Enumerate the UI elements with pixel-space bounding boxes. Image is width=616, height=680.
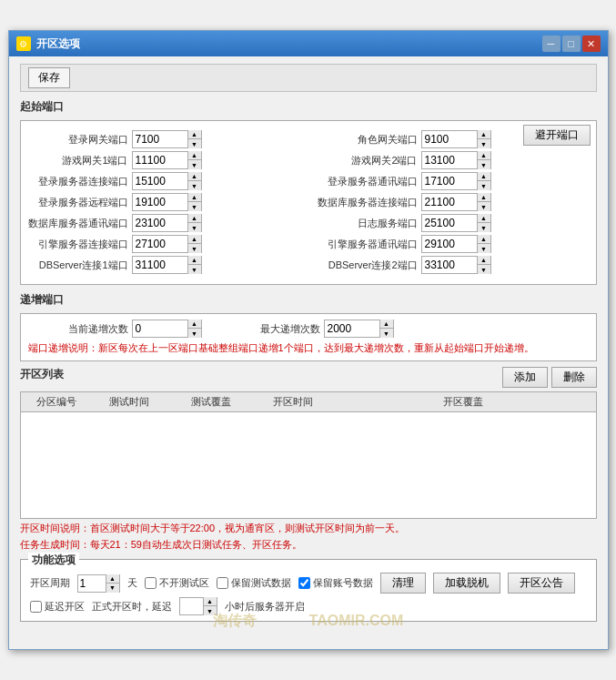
spin-down[interactable]: ▼ [188,139,201,148]
port-label-role-gw: 角色网关端口 [318,133,418,147]
spin-down[interactable]: ▼ [188,329,201,338]
del-zone-button[interactable]: 删除 [551,367,597,388]
port-input-engine-comm[interactable] [422,236,477,252]
spin-up[interactable]: ▲ [478,193,490,202]
spin-down[interactable]: ▼ [188,244,201,253]
spin-down[interactable]: ▼ [204,606,217,615]
spin-btns: ▲ ▼ [379,320,393,338]
spin-btns: ▲ ▼ [187,172,201,190]
title-bar: ⚙ 开区选项 ─ □ ✕ [9,31,608,56]
spin-down[interactable]: ▼ [188,160,201,169]
no-test-checkbox[interactable] [145,577,157,589]
spin-down[interactable]: ▼ [106,584,119,593]
keep-account-checkbox[interactable] [298,577,310,589]
spin-up[interactable]: ▲ [478,256,490,265]
port-input-dbserver1[interactable] [133,257,187,273]
spin-down[interactable]: ▼ [478,202,490,211]
increment-note: 端口递增说明：新区每次在上一区端口基础整组端口递增1个端口，达到最大递增次数，重… [28,341,589,355]
port-input-wrap: ▲ ▼ [421,130,491,148]
start-port-label: 起始端口 [20,99,597,115]
spin-up[interactable]: ▲ [188,235,201,244]
spin-down[interactable]: ▼ [478,181,490,190]
add-zone-button[interactable]: 添加 [502,367,548,388]
port-input-wrap: ▲ ▼ [132,130,202,148]
spin-up[interactable]: ▲ [188,151,201,160]
spin-down[interactable]: ▼ [478,160,490,169]
spin-up[interactable]: ▲ [478,151,490,160]
load-button[interactable]: 加载脱机 [433,573,500,594]
port-input-wrap: ▲ ▼ [132,256,202,274]
spin-down[interactable]: ▼ [478,265,490,274]
port-row: 游戏网关2端口 ▲ ▼ [318,151,589,169]
port-input-login-gw[interactable] [133,131,187,147]
spin-btns: ▲ ▼ [203,597,217,615]
port-input-db-comm[interactable] [133,215,187,231]
spin-up[interactable]: ▲ [380,320,393,329]
spin-down[interactable]: ▼ [188,223,201,232]
port-input-role-gw[interactable] [422,131,477,147]
minimize-button[interactable]: ─ [542,36,560,52]
port-label-engine-comm: 引擎服务器通讯端口 [318,238,418,251]
spin-up[interactable]: ▲ [478,130,490,139]
spin-up[interactable]: ▲ [188,172,201,181]
zone-note2: 任务生成时间：每天21：59自动生成次日测试任务、开区任务。 [20,538,597,552]
port-input-engine-conn[interactable] [133,236,187,252]
spin-up[interactable]: ▲ [188,193,201,202]
spin-up[interactable]: ▲ [106,574,119,584]
port-input-dbserver2[interactable] [422,257,477,273]
spin-down[interactable]: ▼ [188,265,201,274]
close-button[interactable]: ✕ [582,36,601,52]
spin-btns: ▲ ▼ [187,130,201,148]
announce-button[interactable]: 开区公告 [508,573,575,594]
spin-down[interactable]: ▼ [478,139,490,148]
watermark-area: 淘传奇 TAOMIR.COM [20,622,597,640]
port-input-login-srv-comm[interactable] [422,173,477,189]
clear-button[interactable]: 清理 [380,573,426,594]
port-input-wrap: ▲ ▼ [132,172,202,190]
delay-input[interactable] [180,598,203,614]
current-increment-input[interactable] [133,320,187,337]
spin-up[interactable]: ▲ [478,172,490,181]
avoid-port-button[interactable]: 避开端口 [523,125,591,146]
spin-up[interactable]: ▲ [188,320,201,329]
maximize-button[interactable]: □ [562,36,581,52]
spin-down[interactable]: ▼ [188,202,201,211]
port-input-wrap: ▲ ▼ [421,151,491,169]
zone-list-header: 开区列表 添加 删除 [20,367,597,388]
spin-btns: ▲ ▼ [477,130,490,148]
spin-up[interactable]: ▲ [188,130,201,139]
spin-down[interactable]: ▼ [380,329,393,338]
port-input-login-conn[interactable] [133,173,187,189]
col-test-time: 测试时间 [88,395,170,409]
spin-up[interactable]: ▲ [204,597,217,606]
func-row2: 延迟开区 正式开区时，延迟 ▲ ▼ 小时后服务器开启 [30,597,587,615]
spin-up[interactable]: ▲ [478,214,490,223]
spin-btns: ▲ ▼ [477,214,490,232]
spin-btns: ▲ ▼ [477,256,490,274]
current-increment-label: 当前递增次数 [28,322,128,336]
keep-test-checkbox[interactable] [217,577,228,589]
port-input-game-gw2[interactable] [422,152,477,168]
zone-list-section: 开区列表 添加 删除 分区编号 测试时间 测试覆盖 开区时间 开区覆盖 开区时间… [20,367,597,552]
spin-btns: ▲ ▼ [477,172,490,190]
port-input-log-srv[interactable] [422,215,477,231]
spin-down[interactable]: ▼ [478,223,490,232]
delay-checkbox[interactable] [30,601,42,613]
save-button[interactable]: 保存 [28,67,70,88]
spin-up[interactable]: ▲ [188,214,201,223]
spin-up[interactable]: ▲ [478,235,490,244]
delay-note: 正式开区时，延迟 [92,600,172,614]
zone-list-label: 开区列表 [20,367,64,382]
spin-up[interactable]: ▲ [188,256,201,265]
spin-down[interactable]: ▼ [188,181,201,190]
keep-account-label: 保留账号数据 [313,576,373,590]
open-cycle-input[interactable] [78,575,106,592]
max-increment-input[interactable] [325,320,379,337]
port-input-login-remote[interactable] [133,194,187,210]
port-row: 登录服务器连接端口 ▲ ▼ [28,172,299,190]
port-input-wrap: ▲ ▼ [132,193,202,211]
spin-down[interactable]: ▼ [478,244,490,253]
no-test-label: 不开测试区 [159,576,209,590]
port-input-db-conn[interactable] [422,194,477,210]
port-input-game-gw1[interactable] [133,152,187,168]
